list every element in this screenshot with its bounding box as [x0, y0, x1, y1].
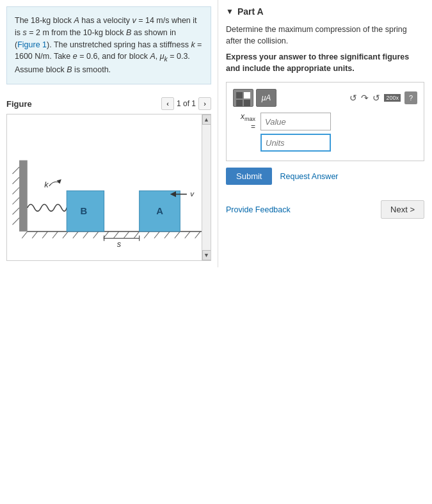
mu-btn[interactable]: μA — [256, 89, 276, 107]
grid-cell-1 — [236, 92, 243, 98]
figure-svg: B k A v — [7, 114, 211, 260]
svg-line-15 — [164, 232, 170, 239]
figure-title: Figure — [6, 99, 32, 109]
svg-line-4 — [52, 232, 58, 239]
svg-line-11 — [124, 232, 129, 239]
left-panel: The 18-kg block A has a velocity v = 14 … — [0, 0, 218, 267]
zoom-label: 200x — [384, 94, 401, 102]
answer-box: μA ↺ ↷ ↺ 200x ? xmax= — [226, 82, 424, 161]
svg-line-23 — [12, 198, 19, 205]
figure-container: B k A v — [6, 114, 211, 261]
svg-text:B: B — [80, 207, 87, 217]
grid-cell-4 — [244, 100, 250, 106]
part-header: ▼ Part A — [226, 6, 424, 17]
redo-btn[interactable]: ↷ — [361, 93, 369, 103]
var-label: xmax= — [233, 112, 255, 131]
figure-scrollbar[interactable]: ▲ ▼ — [202, 114, 211, 260]
svg-line-13 — [144, 232, 149, 239]
svg-line-6 — [73, 232, 78, 239]
svg-line-3 — [42, 232, 47, 239]
units-row — [233, 134, 417, 152]
svg-line-8 — [93, 232, 99, 239]
svg-line-5 — [63, 232, 68, 239]
toolbar-left: μA — [233, 89, 276, 107]
svg-line-7 — [83, 232, 88, 239]
svg-line-20 — [12, 167, 19, 174]
svg-line-1 — [22, 232, 27, 239]
figure-link[interactable]: Figure 1 — [17, 40, 47, 49]
figure-page: 1 of 1 — [177, 99, 196, 108]
toolbar-right: ↺ ↷ ↺ 200x ? — [349, 91, 417, 104]
svg-line-10 — [113, 232, 118, 239]
svg-text:k: k — [44, 180, 49, 189]
action-row: Submit Request Answer — [226, 168, 424, 185]
right-panel: ▼ Part A Determine the maximum compressi… — [218, 0, 432, 267]
svg-line-16 — [175, 232, 180, 239]
toolbar-row: μA ↺ ↷ ↺ 200x ? — [233, 89, 417, 107]
feedback-row: Provide Feedback Next > — [226, 200, 424, 219]
grid-icon-btn[interactable] — [233, 89, 253, 107]
svg-line-22 — [12, 187, 19, 194]
svg-line-2 — [32, 232, 37, 239]
main-layout: The 18-kg block A has a velocity v = 14 … — [0, 0, 432, 267]
svg-text:v: v — [190, 189, 195, 198]
help-btn[interactable]: ? — [404, 91, 417, 104]
next-btn[interactable]: Next > — [381, 200, 424, 219]
svg-line-18 — [195, 232, 200, 239]
value-input[interactable] — [260, 113, 331, 130]
svg-line-25 — [12, 218, 19, 225]
units-spacer — [233, 138, 255, 147]
svg-line-14 — [154, 232, 159, 239]
submit-btn[interactable]: Submit — [226, 168, 272, 185]
request-answer-link[interactable]: Request Answer — [280, 172, 338, 181]
value-row: xmax= — [233, 112, 417, 131]
part-title: Part A — [237, 6, 264, 17]
figure-section: Figure ‹ 1 of 1 › — [6, 97, 211, 261]
svg-rect-19 — [19, 161, 28, 232]
refresh-btn[interactable]: ↺ — [372, 93, 380, 103]
figure-prev-btn[interactable]: ‹ — [161, 97, 174, 110]
problem-box: The 18-kg block A has a velocity v = 14 … — [6, 6, 211, 84]
figure-header: Figure ‹ 1 of 1 › — [6, 97, 211, 110]
svg-text:s: s — [117, 239, 122, 249]
question-text: Determine the maximum compression of the… — [226, 24, 424, 47]
svg-line-24 — [12, 208, 19, 215]
svg-text:A: A — [156, 207, 163, 217]
grid-cell-2 — [244, 92, 250, 98]
undo-btn[interactable]: ↺ — [349, 93, 357, 103]
mu-label: μA — [262, 93, 271, 102]
svg-line-12 — [134, 232, 139, 239]
figure-nav: ‹ 1 of 1 › — [161, 97, 211, 110]
svg-line-21 — [12, 177, 19, 184]
part-collapse-btn[interactable]: ▼ — [226, 7, 234, 16]
units-input[interactable] — [260, 134, 331, 152]
instruction-text: Express your answer to three significant… — [226, 52, 424, 74]
grid-cell-3 — [236, 100, 243, 106]
svg-line-17 — [185, 232, 190, 239]
provide-feedback-link[interactable]: Provide Feedback — [226, 205, 291, 214]
scroll-up-btn[interactable]: ▲ — [202, 114, 211, 125]
scroll-down-btn[interactable]: ▼ — [202, 250, 211, 260]
problem-text: The 18-kg block A has a velocity v = 14 … — [15, 16, 202, 74]
figure-next-btn[interactable]: › — [198, 97, 211, 110]
